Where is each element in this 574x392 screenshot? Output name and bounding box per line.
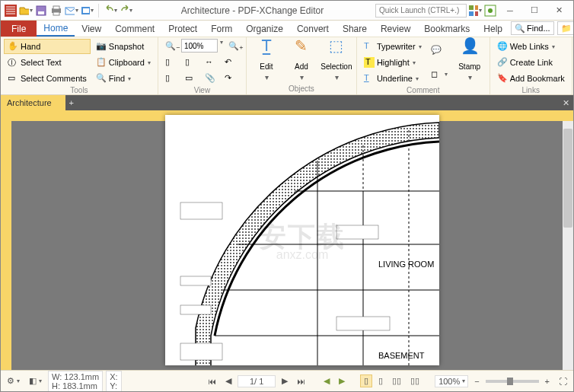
web-links-button[interactable]: 🌐Web Links▾ xyxy=(493,39,569,54)
ribbon-group-links: 🌐Web Links▾ 🔗Create Link 🔖Add Bookmark L… xyxy=(490,37,572,94)
shapes-button[interactable]: ◻▾ xyxy=(427,67,451,82)
selection-button[interactable]: ⬚Selection▾ xyxy=(320,39,353,84)
menu-form[interactable]: Form xyxy=(204,21,239,37)
fit-page-button[interactable]: ▯ xyxy=(181,55,199,70)
scroll-thumb[interactable] xyxy=(563,129,572,228)
panel-toggle-icon[interactable]: ◧▾ xyxy=(26,375,45,387)
menu-help[interactable]: Help xyxy=(477,21,509,37)
close-button[interactable]: ✕ xyxy=(547,2,570,19)
svg-rect-24 xyxy=(180,202,222,219)
svg-rect-4 xyxy=(53,6,59,9)
doc-tab-architecture[interactable]: Architecture xyxy=(1,95,65,110)
menu-bookmarks[interactable]: Bookmarks xyxy=(417,21,477,37)
redo-icon[interactable]: ▾ xyxy=(119,4,132,18)
menu-share[interactable]: Share xyxy=(336,21,374,37)
options-icon[interactable]: ⚙▾ xyxy=(4,375,23,387)
launch-icon[interactable] xyxy=(483,4,497,18)
rotate-cw-button[interactable]: ↷ xyxy=(221,71,239,86)
actual-size-button[interactable]: ▯ xyxy=(161,55,180,70)
typewriter-button[interactable]: TTypewriter▾ xyxy=(360,39,426,54)
zoom-out-icon: 🔍₋ xyxy=(165,41,176,52)
two-page-button[interactable]: ▯▯ xyxy=(389,375,404,387)
architecture-drawing: LIVING ROOM BASEMENT xyxy=(165,115,439,365)
create-link-button[interactable]: 🔗Create Link xyxy=(493,55,569,70)
stamp-button[interactable]: 👤Stamp▾ xyxy=(453,39,486,84)
undo-icon[interactable]: ▾ xyxy=(104,4,117,18)
page-1to1-icon: ▯ xyxy=(165,57,176,68)
prev-page-button[interactable]: ◀ xyxy=(222,375,234,387)
page-number-input[interactable]: 1/ 1 xyxy=(238,375,276,387)
zoom-selection-button[interactable]: ▭ xyxy=(181,71,199,86)
ui-options-icon[interactable]: ▾ xyxy=(468,4,482,18)
zoom-status[interactable]: 100%▾ xyxy=(435,375,468,387)
title-bar: ▾ ▾ ▾ ▾ ▾ Architecture - PDF-XChange Edi… xyxy=(1,1,573,21)
maximize-button[interactable]: ☐ xyxy=(523,2,546,19)
nav-fwd-button[interactable]: ▶ xyxy=(336,375,348,387)
menu-comment[interactable]: Comment xyxy=(108,21,161,37)
underline-button[interactable]: TUnderline▾ xyxy=(360,71,426,86)
fit-icon[interactable]: ⛶ xyxy=(556,376,570,387)
single-page-button[interactable]: ▯ xyxy=(360,374,372,387)
ribbon-group-view: 🔍₋ ▾ 🔍₊ ▯ ▯ ↔ ↶ ▯ ▭ 📎 ↷ View xyxy=(158,37,247,94)
document-tabstrip: Architecture + ✕ xyxy=(1,95,573,110)
menu-convert[interactable]: Convert xyxy=(290,21,336,37)
add-icon: ✎ xyxy=(292,42,311,60)
next-page-button[interactable]: ▶ xyxy=(279,375,291,387)
save-icon[interactable] xyxy=(34,4,48,18)
continuous-button[interactable]: ▯ xyxy=(375,375,386,387)
svg-rect-9 xyxy=(469,5,474,10)
hand-tool-button[interactable]: ✋Hand xyxy=(4,39,91,54)
edit-button[interactable]: T̲Edit▾ xyxy=(250,39,283,84)
open-icon[interactable]: ▾ xyxy=(19,4,33,18)
svg-rect-11 xyxy=(469,11,474,16)
svg-rect-12 xyxy=(475,11,478,16)
zoom-in-button[interactable]: 🔍₊ xyxy=(225,39,243,54)
add-tab-button[interactable]: + xyxy=(65,95,78,110)
search-button[interactable]: 📁Search... xyxy=(557,21,574,35)
ruler-vertical xyxy=(1,121,11,370)
scan-icon[interactable]: ▾ xyxy=(80,4,94,18)
quick-launch-input[interactable] xyxy=(375,4,467,18)
highlight-button[interactable]: THighlight▾ xyxy=(360,55,426,70)
clip-button[interactable]: 📎 xyxy=(201,71,219,86)
file-menu[interactable]: File xyxy=(1,21,37,37)
find-tool-button[interactable]: 🔍Find▾ xyxy=(92,71,155,86)
two-continuous-button[interactable]: ▯▯ xyxy=(407,375,423,387)
menu-review[interactable]: Review xyxy=(374,21,417,37)
email-icon[interactable]: ▾ xyxy=(65,4,78,18)
select-comments-button[interactable]: ▭Select Comments xyxy=(4,71,91,86)
minimize-button[interactable]: ─ xyxy=(499,2,521,19)
scrollbar-vertical[interactable] xyxy=(563,121,573,370)
zoom-slider[interactable] xyxy=(486,380,539,383)
stamp-icon: 👤 xyxy=(461,42,479,60)
note-button[interactable]: 💬 xyxy=(427,43,451,58)
document-area[interactable]: LIVING ROOM BASEMENT 安下载 anxz.com xyxy=(1,110,573,370)
first-page-button[interactable]: ⏮ xyxy=(205,376,219,387)
add-bookmark-button[interactable]: 🔖Add Bookmark xyxy=(493,71,569,86)
find-button[interactable]: 🔍Find... xyxy=(511,21,554,35)
zoom-out-button[interactable]: 🔍₋ xyxy=(161,39,180,54)
close-tabstrip-button[interactable]: ✕ xyxy=(558,95,573,110)
window-title: Architecture - PDF-XChange Editor xyxy=(181,5,324,16)
snapshot-button[interactable]: 📷Snapshot xyxy=(92,39,155,54)
fit-page-icon: ▯ xyxy=(185,57,196,68)
add-button[interactable]: ✎Add▾ xyxy=(285,39,318,84)
select-text-button[interactable]: ⒾSelect Text xyxy=(4,55,91,70)
menu-home[interactable]: Home xyxy=(37,21,75,37)
rotate-ccw-button[interactable]: ↶ xyxy=(221,55,239,70)
svg-rect-10 xyxy=(475,5,478,10)
menu-view[interactable]: View xyxy=(75,21,108,37)
fit-visible-button[interactable]: ▯ xyxy=(161,71,180,86)
fit-width-button[interactable]: ↔ xyxy=(201,55,219,70)
hand-icon: ✋ xyxy=(8,41,18,52)
zoom-input[interactable] xyxy=(181,39,218,53)
nav-back-button[interactable]: ◀ xyxy=(320,375,333,387)
underline-icon: T xyxy=(364,73,375,84)
print-icon[interactable] xyxy=(49,4,63,18)
last-page-button[interactable]: ⏭ xyxy=(294,376,308,387)
zoom-in-status[interactable]: + xyxy=(542,376,553,387)
clipboard-button[interactable]: 📋Clipboard▾ xyxy=(92,55,155,70)
menu-organize[interactable]: Organize xyxy=(239,21,290,37)
menu-protect[interactable]: Protect xyxy=(161,21,204,37)
zoom-out-status[interactable]: − xyxy=(471,376,482,387)
